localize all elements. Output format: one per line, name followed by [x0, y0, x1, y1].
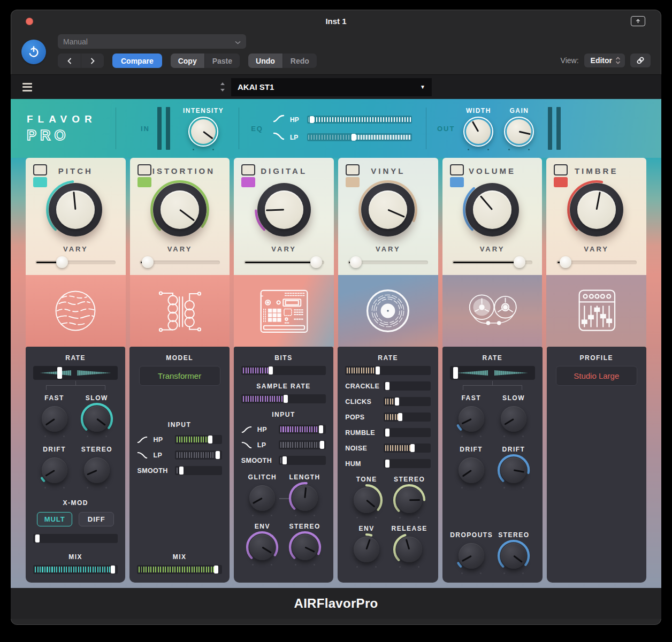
width-knob[interactable]	[463, 117, 493, 147]
slider-handle[interactable]	[269, 366, 273, 374]
xmod-diff-button[interactable]: DIFF	[79, 512, 114, 526]
lp-frequency-slider[interactable]	[307, 133, 412, 141]
pitch-amount-knob[interactable]	[48, 182, 103, 238]
slider-handle[interactable]	[57, 367, 62, 379]
digital-glitch-knob[interactable]	[248, 484, 276, 512]
xmod-mult-button[interactable]: MULT	[37, 512, 72, 526]
hp-frequency-slider[interactable]	[307, 116, 412, 124]
vinyl-stereo-knob[interactable]	[395, 486, 423, 514]
slider-handle[interactable]	[410, 444, 415, 452]
device-stepper[interactable]	[220, 82, 225, 91]
slider-handle[interactable]	[319, 425, 323, 433]
slider-handle[interactable]	[282, 456, 287, 464]
distortion-input-lp-slider[interactable]	[175, 450, 222, 460]
gain-knob[interactable]	[504, 117, 534, 147]
slider-handle[interactable]	[352, 134, 356, 141]
slider-handle[interactable]	[514, 256, 525, 268]
pitch-stereo-knob[interactable]	[83, 456, 111, 484]
xmod-amount-slider[interactable]	[33, 534, 118, 543]
digital-amount-knob[interactable]	[256, 182, 312, 238]
preset-select[interactable]: Manual	[58, 34, 246, 49]
slider-handle[interactable]	[216, 451, 220, 459]
digital-input-hp-slider[interactable]	[279, 425, 326, 434]
slider-handle[interactable]	[284, 395, 288, 403]
view-select[interactable]: Editor	[584, 54, 625, 67]
slider-handle[interactable]	[214, 565, 218, 574]
slider-handle[interactable]	[35, 534, 40, 542]
slider-handle[interactable]	[453, 367, 458, 379]
slider-handle[interactable]	[320, 441, 324, 449]
volume-fast-knob[interactable]	[457, 405, 485, 433]
digital-stereo-knob[interactable]	[291, 533, 319, 561]
digital-sample-rate-slider[interactable]	[241, 394, 326, 403]
slider-handle[interactable]	[560, 256, 571, 268]
device-select[interactable]: AKAI ST1 ▼	[231, 78, 432, 96]
vinyl-amount-knob[interactable]	[360, 182, 416, 238]
paste-button[interactable]: Paste	[204, 54, 240, 68]
distortion-amount-knob[interactable]	[152, 182, 208, 238]
distortion-smooth-slider[interactable]	[175, 466, 222, 475]
slider-handle[interactable]	[350, 256, 362, 268]
slider-handle[interactable]	[142, 256, 154, 268]
slider-handle[interactable]	[310, 116, 314, 123]
vinyl-env-knob[interactable]	[353, 536, 380, 563]
digital-length-knob[interactable]	[291, 484, 319, 512]
link-button[interactable]	[630, 54, 651, 67]
slider-handle[interactable]	[56, 256, 68, 268]
menu-icon[interactable]	[22, 83, 32, 91]
slider-handle[interactable]	[310, 256, 322, 268]
pitch-drift-knob[interactable]	[41, 456, 68, 484]
distortion-input-hp-slider[interactable]	[175, 435, 222, 444]
slider-handle[interactable]	[385, 460, 390, 468]
pitch-fast-knob[interactable]	[41, 405, 68, 433]
volume-dropouts-knob[interactable]	[457, 542, 485, 570]
pitch-rate-slider[interactable]	[33, 366, 118, 380]
volume-slow-knob[interactable]	[500, 405, 528, 433]
undo-button[interactable]: Undo	[248, 54, 282, 68]
copy-button[interactable]: Copy	[171, 54, 204, 68]
vinyl-noise-slider[interactable]	[384, 444, 431, 453]
vinyl-rate-slider[interactable]	[345, 366, 431, 375]
vinyl-tone-knob[interactable]	[353, 486, 380, 514]
vinyl-clicks-slider[interactable]	[384, 397, 431, 406]
volume-drift-slow-knob[interactable]	[500, 456, 528, 484]
timbre-profile-select[interactable]: Studio Large	[556, 366, 637, 386]
slider-handle[interactable]	[395, 398, 399, 406]
digital-vary-slider[interactable]	[244, 256, 324, 268]
distortion-mix-slider[interactable]	[137, 565, 222, 574]
power-button[interactable]	[21, 40, 46, 64]
digital-input-lp-slider[interactable]	[279, 440, 326, 449]
vinyl-crackle-slider[interactable]	[384, 381, 431, 391]
volume-drift-fast-knob[interactable]	[457, 456, 485, 484]
vinyl-hum-slider[interactable]	[384, 459, 431, 468]
volume-amount-knob[interactable]	[464, 182, 520, 238]
digital-env-knob[interactable]	[248, 533, 276, 561]
previous-preset-button[interactable]	[58, 54, 81, 68]
digital-bits-slider[interactable]	[241, 366, 326, 375]
volume-rate-slider[interactable]	[450, 366, 534, 380]
slider-handle[interactable]	[385, 382, 390, 390]
pitch-slow-knob[interactable]	[83, 405, 111, 433]
timbre-vary-slider[interactable]	[556, 256, 637, 268]
volume-stereo-knob[interactable]	[500, 542, 528, 570]
redo-button[interactable]: Redo	[282, 54, 317, 68]
pitch-mix-slider[interactable]	[33, 565, 118, 574]
digital-smooth-slider[interactable]	[279, 456, 326, 465]
pitch-vary-slider[interactable]	[35, 256, 116, 268]
slider-handle[interactable]	[385, 429, 390, 437]
vinyl-pops-slider[interactable]	[384, 412, 431, 422]
slider-handle[interactable]	[376, 366, 380, 374]
pop-out-window-icon[interactable]	[631, 16, 645, 26]
slider-handle[interactable]	[208, 435, 212, 444]
close-window-button[interactable]	[26, 18, 33, 25]
intensity-knob[interactable]	[188, 117, 218, 147]
vinyl-vary-slider[interactable]	[348, 256, 428, 268]
next-preset-button[interactable]	[81, 54, 104, 68]
distortion-vary-slider[interactable]	[140, 256, 220, 268]
slider-handle[interactable]	[111, 565, 115, 574]
volume-vary-slider[interactable]	[452, 256, 532, 268]
vinyl-rumble-slider[interactable]	[384, 428, 431, 437]
compare-button[interactable]: Compare	[112, 54, 162, 68]
timbre-amount-knob[interactable]	[569, 182, 624, 238]
distortion-model-select[interactable]: Transformer	[139, 366, 220, 386]
